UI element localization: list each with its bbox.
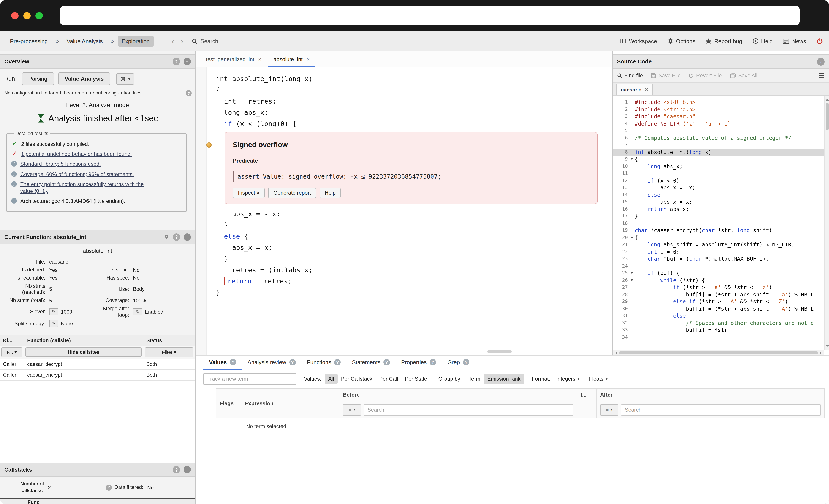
ast-code-line[interactable]: __retres = (int)abs_x; <box>216 265 612 276</box>
breadcrumb-item-pre-processing[interactable]: Pre-processing <box>6 36 51 46</box>
forward-icon[interactable]: › <box>180 37 184 45</box>
values-option-per-callstack[interactable]: Per Callstack <box>338 374 376 384</box>
after-search-input[interactable] <box>621 404 821 415</box>
tab-functions[interactable]: Functions? <box>301 356 347 370</box>
source-line[interactable]: 6/* Computes absolute value of a signed … <box>613 134 829 142</box>
ast-tab-absolute-int[interactable]: absolute_int× <box>268 52 315 67</box>
source-line[interactable]: 8int absolute_int(long x) <box>613 149 829 156</box>
back-icon[interactable]: ‹ <box>171 37 175 45</box>
toolbar-action-news[interactable]: News <box>783 38 806 44</box>
source-line[interactable]: 32 /* Spaces and other characters are no… <box>613 319 829 327</box>
format-integers-dropdown[interactable]: Integers▾ <box>553 374 582 384</box>
help-icon[interactable]: ? <box>230 359 236 365</box>
table-row[interactable]: Callercaesar_encryptBoth <box>0 370 195 381</box>
help-icon[interactable]: ? <box>430 359 436 365</box>
source-line[interactable]: 33 buf[i] = *str; <box>613 327 829 334</box>
source-line[interactable]: 26▼ while (*str) { <box>613 277 829 284</box>
ast-code-line[interactable]: return __retres; <box>216 276 612 287</box>
before-search-input[interactable] <box>364 404 573 415</box>
scrollbar-thumb[interactable] <box>826 103 829 130</box>
hide-callsites-button[interactable]: Hide callsites <box>26 348 142 357</box>
source-line[interactable]: 13 abs_x = -x; <box>613 184 829 191</box>
help-icon[interactable]: ? <box>463 359 469 365</box>
fold-marker-icon[interactable]: ▼ <box>629 277 635 284</box>
ast-code-line[interactable]: } <box>216 287 612 298</box>
maximize-window-button[interactable] <box>35 12 43 19</box>
toolbar-action-workspace[interactable]: Workspace <box>620 38 657 44</box>
breadcrumb-item-value-analysis[interactable]: Value Analysis <box>63 36 106 46</box>
tab-analysis-review[interactable]: Analysis review? <box>242 356 301 370</box>
find-file-button[interactable]: Find file <box>617 73 643 79</box>
source-line[interactable]: 2#include <string.h> <box>613 106 829 113</box>
collapse-icon[interactable]: − <box>183 58 191 65</box>
run-settings-button[interactable]: ▾ <box>116 73 134 84</box>
ast-code-line[interactable]: abs_x = - x; <box>216 208 612 220</box>
close-window-button[interactable] <box>11 12 19 19</box>
source-line[interactable]: 11 <box>613 170 829 177</box>
source-line[interactable]: 17} <box>613 213 829 220</box>
scroll-up-icon[interactable] <box>826 97 829 101</box>
ast-code-line[interactable]: } <box>216 220 612 231</box>
global-search[interactable]: Search <box>192 38 218 44</box>
values-option-per-call[interactable]: Per Call <box>375 374 402 384</box>
revert-file-button[interactable]: Revert File <box>688 73 722 79</box>
ast-code-line[interactable]: long abs_x; <box>216 107 612 118</box>
help-icon[interactable]: ? <box>173 233 180 240</box>
source-line[interactable]: 29 else if (*str >= 'A' && *str <= 'Z') <box>613 298 829 305</box>
run-parsing-button[interactable]: Parsing <box>22 73 54 85</box>
source-line[interactable]: 30 buf[i] = (*str + abs_shift - 'A') % N… <box>613 305 829 312</box>
scrollbar-thumb[interactable] <box>487 350 511 353</box>
toolbar-action-report-bug[interactable]: Report bug <box>706 38 742 44</box>
source-line[interactable]: 25▼ if (buf) { <box>613 270 829 277</box>
chevron-right-icon[interactable]: › <box>817 57 825 65</box>
result-text[interactable]: Coverage: 60% of functions; 96% of state… <box>20 171 134 178</box>
address-bar[interactable] <box>60 6 800 25</box>
run-value-analysis-button[interactable]: Value Analysis <box>58 73 110 85</box>
source-line[interactable]: 20▼{ <box>613 234 829 241</box>
menu-icon[interactable] <box>818 73 825 78</box>
groupby-option-emission-rank[interactable]: Emission rank <box>484 374 524 384</box>
fold-marker-icon[interactable]: ▼ <box>629 270 635 277</box>
source-line[interactable]: 15 abs_x = x; <box>613 198 829 206</box>
help-button[interactable]: Help <box>320 188 341 198</box>
help-icon[interactable]: ? <box>173 466 180 474</box>
ast-code-line[interactable]: int absolute_int(long x) <box>216 73 612 85</box>
source-line[interactable]: 7 <box>613 142 829 149</box>
tab-values[interactable]: Values? <box>203 356 242 370</box>
toolbar-action-options[interactable]: Options <box>667 38 695 44</box>
help-icon[interactable]: ? <box>106 484 112 491</box>
toolbar-action-help[interactable]: ?Help <box>752 38 773 44</box>
tab-statements[interactable]: Statements? <box>346 356 396 370</box>
source-line[interactable]: 22 int i = 0; <box>613 248 829 256</box>
scroll-left-icon[interactable] <box>614 351 617 354</box>
scroll-down-icon[interactable] <box>826 345 829 349</box>
minimize-window-button[interactable] <box>23 12 31 19</box>
source-line[interactable]: 10 long abs_x; <box>613 163 829 170</box>
source-line[interactable]: 27 if (*str >= 'a' && *str <= 'z') <box>613 284 829 291</box>
after-operator-dropdown[interactable]: = ▾ <box>600 404 618 415</box>
help-icon[interactable]: ? <box>289 359 296 365</box>
source-line[interactable]: 12 if (x < 0) <box>613 177 829 184</box>
edit-icon[interactable]: ✎ <box>49 320 58 327</box>
source-line[interactable]: 5 <box>613 127 829 134</box>
power-button[interactable] <box>817 38 823 44</box>
edit-icon[interactable]: ✎ <box>49 308 58 315</box>
tab-grep[interactable]: Grep? <box>442 356 475 370</box>
kind-filter-button[interactable]: F... ▾ <box>1 348 23 357</box>
breadcrumb-item-exploration[interactable]: Exploration <box>118 36 153 46</box>
result-text[interactable]: The entry point function successfully re… <box>20 181 148 195</box>
source-line[interactable]: 9▼{ <box>613 156 829 163</box>
source-line[interactable]: 21 long abs_shift = absolute_int(shift) … <box>613 241 829 248</box>
tab-properties[interactable]: Properties? <box>396 356 442 370</box>
source-line[interactable]: 4#define NB_LTR ('z' - 'a' + 1) <box>613 120 829 127</box>
fold-marker-icon[interactable]: ▼ <box>629 234 635 241</box>
status-filter-button[interactable]: Filter ▾ <box>145 348 193 357</box>
ast-code-line[interactable]: abs_x = x; <box>216 242 612 253</box>
ast-code-line[interactable]: else { <box>216 231 612 242</box>
result-text[interactable]: 1 potential undefined behavior has been … <box>21 151 132 157</box>
values-option-all[interactable]: All <box>325 374 337 384</box>
source-line[interactable]: 24 <box>613 263 829 270</box>
track-term-input[interactable] <box>203 373 296 385</box>
ast-horizontal-scrollbar[interactable] <box>195 350 612 354</box>
collapse-icon[interactable]: − <box>183 466 191 474</box>
